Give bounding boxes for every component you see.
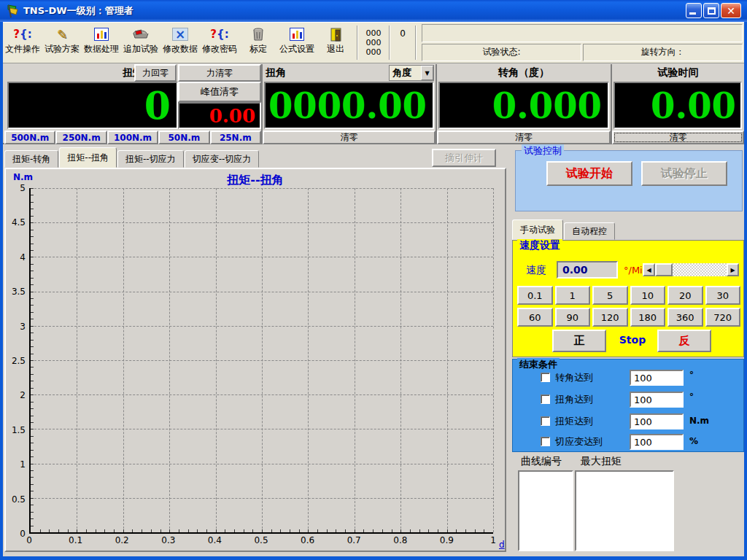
y-minor-tick: [31, 491, 34, 491]
max-torque-listbox[interactable]: [575, 470, 674, 551]
twist-panel: 扭角 角度 ▼ 0000.00 清零: [263, 64, 437, 144]
test-start-button[interactable]: 试验开始: [546, 161, 632, 186]
range-500-button[interactable]: 500N.m: [4, 131, 55, 144]
x-minor-tick: [206, 529, 207, 532]
test-stop-button[interactable]: 试验停止: [641, 161, 727, 186]
y-minor-tick: [31, 498, 34, 499]
preset-1-button[interactable]: 1: [555, 286, 591, 305]
range-250-button[interactable]: 250N.m: [55, 131, 107, 144]
toolbar-button-formula-settings[interactable]: 公式设置: [277, 23, 317, 63]
range-50-button[interactable]: 50N.m: [158, 131, 209, 144]
scrollbar-thumb[interactable]: [655, 263, 673, 276]
help-brace-icon: ?{:: [13, 26, 31, 43]
peak-clear-button[interactable]: 峰值清零: [178, 82, 261, 102]
preset-720-button[interactable]: 720: [705, 308, 741, 327]
y-minor-tick: [31, 505, 34, 505]
x-minor-tick: [96, 529, 96, 532]
forward-button[interactable]: 正: [552, 330, 606, 352]
y-minor-tick: [31, 236, 34, 237]
angle-unit-combobox[interactable]: 角度 ▼: [389, 65, 434, 81]
shear-strain-reached-input[interactable]: [630, 434, 684, 450]
rotation-clear-button[interactable]: 清零: [437, 131, 611, 144]
range-100-button[interactable]: 100N.m: [107, 131, 158, 144]
y-minor-tick: [31, 326, 34, 327]
remove-extensometer-button[interactable]: 摘引伸计: [432, 149, 496, 167]
preset-5-button[interactable]: 5: [592, 286, 628, 305]
preset-120-button[interactable]: 120: [592, 308, 628, 327]
twist-reached-checkbox[interactable]: [541, 394, 550, 404]
speed-scrollbar[interactable]: ◀ ▶: [643, 263, 739, 276]
preset-60-button[interactable]: 60: [517, 308, 553, 327]
preset-360-button[interactable]: 360: [667, 308, 703, 327]
y-minor-tick: [31, 354, 34, 354]
rotation-reached-checkbox[interactable]: [541, 373, 550, 382]
toolbar-button-calibration[interactable]: 标定: [239, 23, 277, 63]
gridline-h: [31, 292, 493, 292]
scrollbar-right-arrow[interactable]: ▶: [727, 263, 739, 276]
toolbar-button-append-test[interactable]: 追加试验: [121, 23, 160, 63]
chart-x-unit-label: d: [499, 540, 505, 550]
tab-torque-twist[interactable]: 扭矩--扭角: [59, 147, 117, 168]
counter-single: 0: [392, 23, 413, 63]
torque-reached-checkbox[interactable]: [541, 416, 550, 426]
minimize-icon: [689, 12, 696, 15]
close-button[interactable]: ✕: [721, 3, 741, 18]
y-minor-tick: [31, 477, 34, 478]
curve-number-listbox[interactable]: [518, 470, 573, 551]
y-minor-tick: [31, 360, 34, 361]
y-tick-label: 1.5: [12, 425, 26, 435]
torque-reached-input[interactable]: [630, 413, 684, 429]
force-return-zero-button[interactable]: 力回零: [134, 64, 177, 82]
y-minor-tick: [31, 222, 34, 223]
toolbar-button-file-ops[interactable]: ?{: 文件操作: [3, 23, 42, 63]
x-tick-label: 0.5: [254, 535, 268, 545]
toolbar-separator: [415, 26, 417, 60]
toolbar-button-test-plan[interactable]: ✎ 试验方案: [42, 23, 82, 63]
shear-strain-reached-checkbox[interactable]: [541, 437, 550, 446]
y-minor-tick: [31, 305, 34, 306]
gridline-h: [31, 257, 493, 257]
force-clear-button[interactable]: 力清零: [178, 64, 261, 82]
y-minor-tick: [31, 429, 34, 429]
tab-torque-shear-stress[interactable]: 扭矩--切应力: [117, 150, 184, 168]
tab-manual-test[interactable]: 手动试验: [512, 219, 563, 240]
time-clear-button[interactable]: 清零: [612, 131, 744, 144]
toolbar-button-modify-data[interactable]: × 修改数据: [160, 23, 200, 63]
minimize-button[interactable]: [686, 3, 702, 18]
trash-barrel-icon: [252, 26, 264, 43]
chevron-down-icon[interactable]: ▼: [421, 66, 433, 80]
tab-torque-rotation[interactable]: 扭矩-转角: [4, 150, 58, 168]
scrollbar-left-arrow[interactable]: ◀: [643, 263, 655, 276]
toolbar-button-data-process[interactable]: 数据处理: [82, 23, 121, 63]
preset-30-button[interactable]: 30: [705, 286, 741, 305]
toolbar-label: 修改数据: [163, 43, 198, 55]
max-torque-label: 最大扭矩: [581, 455, 622, 468]
range-25-button[interactable]: 25N.m: [210, 131, 261, 144]
toolbar-button-exit[interactable]: 退出: [317, 23, 355, 63]
preset-20-button[interactable]: 20: [667, 286, 703, 305]
maximize-button[interactable]: [703, 3, 719, 18]
reverse-button[interactable]: 反: [657, 330, 711, 352]
toolbar-button-change-password[interactable]: ?{: 修改密码: [200, 23, 239, 63]
tab-auto-program[interactable]: 自动程控: [564, 222, 615, 240]
preset-180-button[interactable]: 180: [630, 308, 666, 327]
gridline-v: [493, 188, 494, 532]
speed-input[interactable]: [557, 261, 618, 279]
rotation-reached-input[interactable]: [630, 370, 684, 386]
preset-10-button[interactable]: 10: [630, 286, 666, 305]
tab-shear-strain-stress[interactable]: 切应变--切应力: [185, 150, 260, 168]
twist-clear-button[interactable]: 清零: [263, 131, 436, 144]
gridline-h: [31, 222, 493, 223]
y-minor-tick: [31, 518, 34, 519]
toolbar-label: 文件操作: [5, 43, 40, 55]
books-icon: [133, 26, 149, 43]
x-minor-tick: [428, 529, 429, 532]
angle-unit-value: 角度: [390, 66, 421, 80]
gridline-h: [31, 464, 493, 464]
twist-reached-input[interactable]: [630, 392, 684, 408]
y-minor-tick: [31, 422, 34, 423]
preset-0.1-button[interactable]: 0.1: [517, 286, 553, 305]
scrollbar-track[interactable]: [655, 263, 727, 276]
y-minor-tick: [31, 408, 34, 409]
preset-90-button[interactable]: 90: [555, 308, 591, 327]
